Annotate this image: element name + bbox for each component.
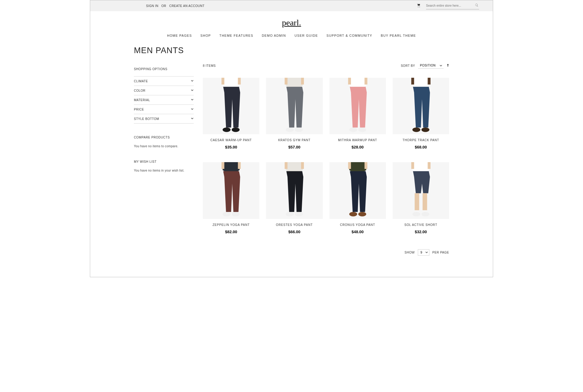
product-image-link[interactable] bbox=[393, 78, 449, 134]
product-name-link[interactable]: MITHRA WARMUP PANT bbox=[329, 138, 386, 142]
logo-row: pearl. bbox=[90, 11, 493, 29]
product-card: THORPE TRACK PANT$68.00 bbox=[393, 78, 449, 149]
product-name-link[interactable]: CAESAR WARM-UP PANT bbox=[203, 138, 259, 142]
toolbar-top: 8 ITEMS SORT BY POSITION bbox=[203, 61, 449, 78]
product-card: ORESTES YOGA PANT$66.00 bbox=[266, 162, 322, 234]
svg-point-3 bbox=[223, 128, 230, 132]
svg-point-9 bbox=[295, 128, 303, 132]
top-bar: SIGN IN OR CREATE AN ACCOUNT bbox=[90, 0, 493, 11]
site-logo[interactable]: pearl. bbox=[282, 18, 301, 27]
product-price: $28.00 bbox=[329, 145, 386, 149]
product-image-link[interactable] bbox=[329, 78, 386, 134]
product-name-link[interactable]: SOL ACTIVE SHORT bbox=[393, 223, 449, 227]
svg-rect-17 bbox=[428, 78, 430, 84]
product-name-link[interactable]: ORESTES YOGA PANT bbox=[266, 223, 322, 227]
nav-home-pages[interactable]: HOME PAGES bbox=[167, 34, 192, 37]
chevron-down-icon bbox=[191, 117, 194, 121]
product-name-link[interactable]: KRATOS GYM PANT bbox=[266, 138, 322, 142]
filter-color[interactable]: COLOR bbox=[134, 86, 194, 95]
item-count: 8 ITEMS bbox=[203, 64, 216, 67]
svg-rect-12 bbox=[364, 78, 367, 84]
product-card: ZEPPELIN YOGA PANT$82.00 bbox=[203, 162, 259, 234]
product-price: $35.00 bbox=[203, 145, 259, 149]
filter-climate[interactable]: CLIMATE bbox=[134, 76, 194, 86]
nav-theme-features[interactable]: THEME FEATURES bbox=[220, 34, 254, 37]
show-label: SHOW bbox=[404, 251, 415, 254]
wishlist-title: MY WISH LIST bbox=[134, 160, 194, 163]
product-price: $48.00 bbox=[329, 230, 386, 234]
cart-icon[interactable] bbox=[416, 3, 421, 8]
svg-point-40 bbox=[412, 212, 420, 216]
filter-label: CLIMATE bbox=[134, 80, 148, 83]
product-price: $57.00 bbox=[266, 145, 322, 149]
sort-by-label: SORT BY bbox=[401, 64, 415, 67]
product-card: CAESAR WARM-UP PANT$35.00 bbox=[203, 78, 259, 149]
svg-point-8 bbox=[286, 128, 294, 132]
product-card: KRATOS GYM PANT$57.00 bbox=[266, 78, 322, 149]
limiter-select[interactable]: 9 bbox=[418, 249, 429, 256]
product-price: $68.00 bbox=[393, 145, 449, 149]
or-label: OR bbox=[162, 4, 166, 8]
compare-empty: You have no items to compare. bbox=[134, 145, 194, 148]
product-card: MITHRA WARMUP PANT$28.00 bbox=[329, 78, 386, 149]
product-name-link[interactable]: CRONUS YOGA PANT bbox=[329, 223, 386, 227]
svg-point-28 bbox=[286, 212, 294, 216]
toolbar-bottom: SHOW 9 PER PAGE bbox=[203, 234, 449, 265]
svg-point-23 bbox=[223, 212, 230, 216]
per-page-label: PER PAGE bbox=[432, 251, 449, 254]
svg-point-24 bbox=[232, 212, 240, 216]
svg-point-14 bbox=[358, 128, 366, 132]
product-name-link[interactable]: THORPE TRACK PANT bbox=[393, 138, 449, 142]
sign-in-link[interactable]: SIGN IN bbox=[146, 4, 159, 8]
svg-point-29 bbox=[295, 212, 303, 216]
svg-point-13 bbox=[349, 128, 357, 132]
shopping-options-title: SHOPPING OPTIONS bbox=[134, 67, 194, 71]
product-image-link[interactable] bbox=[266, 162, 322, 219]
svg-rect-1 bbox=[221, 78, 224, 84]
nav-shop[interactable]: SHOP bbox=[200, 34, 211, 37]
svg-rect-37 bbox=[428, 162, 430, 169]
filter-style-bottom[interactable]: STYLE BOTTOM bbox=[134, 114, 194, 124]
page-title-wrap: MEN PANTS bbox=[90, 43, 493, 61]
svg-rect-7 bbox=[301, 78, 304, 84]
svg-rect-26 bbox=[285, 162, 288, 169]
main-content: 8 ITEMS SORT BY POSITION bbox=[203, 61, 449, 265]
filter-label: PRICE bbox=[134, 108, 144, 111]
product-card: CRONUS YOGA PANT$48.00 bbox=[329, 162, 386, 234]
sort-select[interactable]: POSITION bbox=[418, 63, 444, 69]
sort-direction-button[interactable] bbox=[447, 64, 449, 67]
topbar-links: SIGN IN OR CREATE AN ACCOUNT bbox=[146, 4, 205, 8]
nav-buy-theme[interactable]: BUY PEARL THEME bbox=[381, 34, 416, 37]
product-image-link[interactable] bbox=[203, 162, 259, 219]
sidebar: SHOPPING OPTIONS CLIMATECOLORMATERIALPRI… bbox=[134, 61, 194, 265]
nav-user-guide[interactable]: USER GUIDE bbox=[295, 34, 318, 37]
search-input[interactable] bbox=[426, 2, 479, 9]
page-title: MEN PANTS bbox=[134, 46, 493, 55]
filter-price[interactable]: PRICE bbox=[134, 105, 194, 114]
nav-demo-admin[interactable]: DEMO ADMIN bbox=[262, 34, 286, 37]
filter-material[interactable]: MATERIAL bbox=[134, 95, 194, 105]
search-icon[interactable] bbox=[475, 3, 479, 8]
product-price: $82.00 bbox=[203, 230, 259, 234]
svg-point-41 bbox=[421, 212, 429, 216]
product-card: SOL ACTIVE SHORT$32.00 bbox=[393, 162, 449, 234]
svg-rect-6 bbox=[285, 78, 288, 84]
wishlist-empty: You have no items in your wish list. bbox=[134, 169, 194, 172]
filter-label: COLOR bbox=[134, 89, 145, 92]
product-image-link[interactable] bbox=[203, 78, 259, 134]
product-image-link[interactable] bbox=[266, 78, 322, 134]
main-nav: HOME PAGES SHOP THEME FEATURES DEMO ADMI… bbox=[90, 29, 493, 43]
filter-label: MATERIAL bbox=[134, 98, 150, 102]
svg-rect-38 bbox=[414, 193, 419, 210]
svg-rect-2 bbox=[238, 78, 240, 84]
nav-support[interactable]: SUPPORT & COMMUNITY bbox=[326, 34, 372, 37]
product-name-link[interactable]: ZEPPELIN YOGA PANT bbox=[203, 223, 259, 227]
compare-title: COMPARE PRODUCTS bbox=[134, 136, 194, 139]
svg-rect-21 bbox=[221, 162, 224, 169]
create-account-link[interactable]: CREATE AN ACCOUNT bbox=[169, 4, 204, 8]
search-wrap bbox=[426, 2, 479, 9]
svg-point-33 bbox=[349, 212, 357, 216]
product-image-link[interactable] bbox=[393, 162, 449, 219]
svg-rect-32 bbox=[364, 162, 367, 169]
product-image-link[interactable] bbox=[329, 162, 386, 219]
